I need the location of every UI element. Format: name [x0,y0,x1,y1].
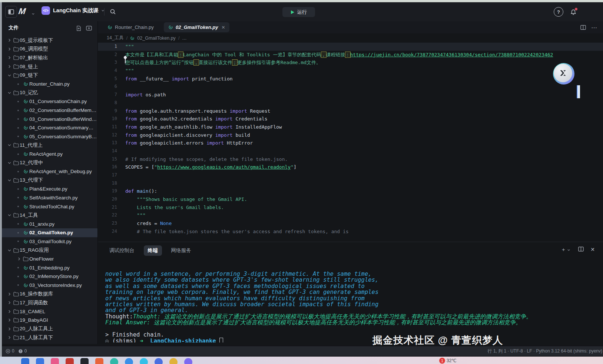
help-icon[interactable]: ? [554,7,563,17]
tree-file-03_VectorstoreIndex.py[interactable]: 03_VectorstoreIndex.py [2,281,97,290]
tree-file-05_ConversationSummaryBuff...[interactable]: 05_ConversationSummaryBuff... [2,132,97,141]
chevron-down-icon[interactable] [6,179,12,182]
tab-rounter-chain[interactable]: Rounter_Chain.py [103,22,158,32]
tree-file-ReActAgent.py[interactable]: ReActAgent.py [2,150,97,159]
project-selector[interactable]: </> LangChain 实战课 [42,6,105,15]
tab-close-icon[interactable]: ✕ [221,25,225,30]
run-button[interactable]: 运行 [282,7,315,17]
tab-gmailtoken[interactable]: 02_GmailToken.py ✕ [164,22,229,32]
taskbar-notification-badge[interactable]: 1 [439,358,445,364]
taskbar-app-icon[interactable] [21,358,29,364]
chevron-right-icon[interactable] [6,310,12,313]
logo-chevron-down-icon[interactable] [32,10,35,17]
taskbar-app-icon[interactable] [155,358,163,364]
notification-bell-icon[interactable] [568,7,579,18]
error-counter[interactable]: 0 [6,348,14,354]
tree-folder-05_提示模板下[interactable]: 05_提示模板下 [2,36,97,45]
tree-file-StructedToolChat.py[interactable]: StructedToolChat.py [2,202,97,211]
ai-assistant-floating-button[interactable] [553,63,574,85]
tree-file-03_GmailToolkit.py[interactable]: 03_GmailToolkit.py [2,237,97,246]
taskbar-app-icon[interactable] [51,358,59,364]
search-icon[interactable] [107,6,118,17]
tree-file-02_InMemoryStore.py[interactable]: 02_InMemoryStore.py [2,272,97,281]
tree-folder-19_BabyAGI[interactable]: 19_BabyAGI [2,316,97,325]
tree-folder-17_回调函数[interactable]: 17_回调函数 [2,298,97,307]
tree-file-Rounter_Chain.py[interactable]: Rounter_Chain.py [2,80,97,89]
tree-file-02_GmailToken.py[interactable]: 02_GmailToken.py [2,228,97,237]
chevron-right-icon[interactable] [6,47,12,51]
chevron-right-icon[interactable] [16,257,22,261]
taskbar-app-icon[interactable] [125,358,133,364]
chevron-right-icon[interactable] [6,301,12,304]
terminal-text: and of GPT-3 in general. [105,307,188,314]
tree-folder-OneFlower[interactable]: OneFlower [2,255,97,264]
split-editor-icon[interactable] [579,23,587,32]
tree-folder-13_代理下[interactable]: 13_代理下 [2,176,97,185]
chevron-right-icon[interactable] [6,65,12,68]
breadcrumb-folder[interactable]: 14_工具 [107,35,124,41]
terminal-text: we also identify some datasets where GPT… [105,277,378,283]
chevron-right-icon[interactable] [6,39,12,42]
chevron-down-icon[interactable] [6,143,12,147]
tree-file-SelfAskwithSearch.py[interactable]: SelfAskwithSearch.py [2,193,97,202]
tree-file-Plan&Execute.py[interactable]: Plan&Execute.py [2,185,97,193]
panel-tab-network[interactable]: 网络服务 [167,245,195,256]
code-editor[interactable]: 1"""2本文件是【工具和工具箱：LangChain 中的 Tool 和 Too… [98,43,603,242]
editor-scrollbar-thumb[interactable] [577,85,580,98]
tree-folder-16_操作数据库[interactable]: 16_操作数据库 [2,289,97,298]
code-hyperlink[interactable]: https://juejin.cn/book/73877023474361303… [350,52,553,57]
chevron-down-icon[interactable] [6,74,12,77]
panel-tab-terminal[interactable]: 终端 [144,245,162,256]
new-folder-icon[interactable] [85,24,93,32]
taskbar-app-icon[interactable] [80,358,89,364]
tree-folder-07_解析输出[interactable]: 07_解析输出 [2,53,97,62]
chevron-right-icon[interactable] [6,318,12,322]
sidebar-toggle-icon[interactable] [5,6,17,18]
chevron-right-icon[interactable] [6,292,12,296]
taskbar-app-icon[interactable] [36,358,44,364]
tree-folder-18_CAMEL[interactable]: 18_CAMEL [2,307,97,316]
chevron-down-icon[interactable] [6,249,12,252]
tree-file-01_ConversationChain.py[interactable]: 01_ConversationChain.py [2,97,97,106]
taskbar-app-icon[interactable] [184,358,192,364]
new-terminal-icon[interactable]: ＋ [561,246,570,253]
chevron-right-icon[interactable] [6,336,12,339]
tree-folder-11_代理上[interactable]: 11_代理上 [2,141,97,150]
chevron-right-icon[interactable] [6,56,12,59]
tree-folder-10_记忆[interactable]: 10_记忆 [2,89,97,97]
tree-folder-14_工具[interactable]: 14_工具 [2,211,97,220]
breadcrumb-more[interactable]: … [182,36,187,41]
close-panel-icon[interactable]: ✕ [590,246,595,252]
chevron-right-icon[interactable] [6,327,12,331]
taskbar-app-icon[interactable] [66,358,74,364]
tree-folder-12_代理中[interactable]: 12_代理中 [2,158,97,167]
tree-file-02_ConversationBufferMemor...[interactable]: 02_ConversationBufferMemor... [2,106,97,115]
tree-folder-09_链下[interactable]: 09_链下 [2,71,97,80]
tree-file-04_ConversationSummaryMe...[interactable]: 04_ConversationSummaryMe... [2,123,97,132]
new-file-icon[interactable] [74,24,83,32]
more-options-icon[interactable]: ⋯ [590,23,599,32]
tree-file-03_ConversationBufferWindo...[interactable]: 03_ConversationBufferWindo... [2,115,97,123]
code-hyperlink[interactable]: https://www.googleapis.com/auth/gmail.re… [157,164,291,170]
tree-file-01_Embedding.py[interactable]: 01_Embedding.py [2,263,97,272]
warning-counter[interactable]: 0 [18,348,27,354]
breadcrumb-file[interactable]: 02_GmailToken.py [137,36,176,41]
tree-folder-15_RAG应用[interactable]: 15_RAG应用 [2,246,97,255]
taskbar-weather-temp[interactable]: 32℃ [447,358,457,363]
taskbar-app-icon[interactable] [140,358,148,364]
taskbar-app-icon[interactable] [95,358,103,364]
chevron-down-icon[interactable] [6,161,12,165]
chevron-down-icon[interactable] [6,214,12,217]
tree-file-ReActAgent_with_Debug.py[interactable]: ReActAgent_with_Debug.py [2,167,97,176]
taskbar-app-icon[interactable] [110,358,118,364]
tree-folder-06_调用模型[interactable]: 06_调用模型 [2,45,97,54]
tree-folder-21_人脉工具下[interactable]: 21_人脉工具下 [2,333,97,342]
terminal-output[interactable]: novel word in a sentence, or performing … [105,271,599,343]
taskbar-app-icon[interactable] [169,358,178,364]
tree-file-01_arxiv.py[interactable]: 01_arxiv.py [2,219,97,228]
split-panel-icon[interactable] [578,246,584,252]
tree-folder-08_链上[interactable]: 08_链上 [2,62,97,71]
chevron-down-icon[interactable] [6,91,12,95]
tree-folder-20_人脉工具上[interactable]: 20_人脉工具上 [2,325,97,334]
panel-tab-debug-console[interactable]: 调试控制台 [105,245,139,256]
